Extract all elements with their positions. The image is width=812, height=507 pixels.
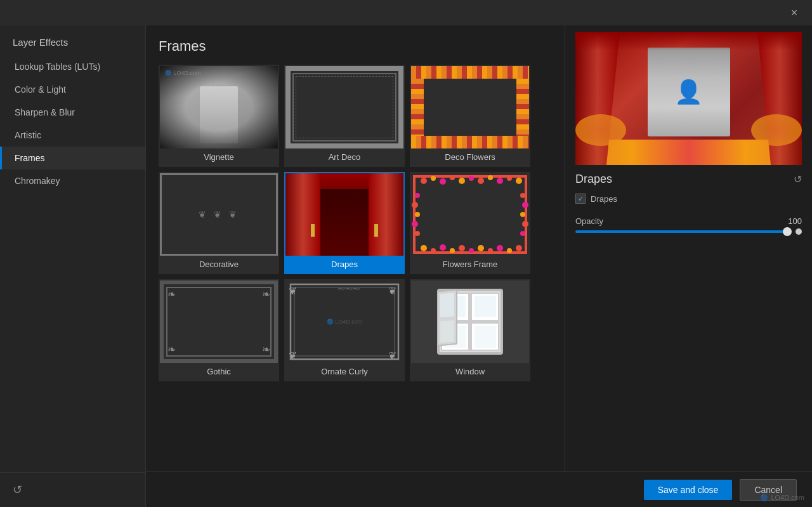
preview-reset-icon[interactable]: ↺: [794, 173, 802, 185]
svg-rect-51: [440, 320, 454, 343]
frames-title: Frames: [159, 38, 552, 55]
frame-thumb-drapes: [285, 173, 403, 256]
opacity-slider[interactable]: [575, 230, 792, 233]
svg-point-27: [415, 231, 420, 236]
preview-options: Drapes: [575, 194, 802, 209]
sidebar-item-artistic[interactable]: Artistic: [0, 124, 145, 147]
frame-label-vignette: Vignette: [199, 148, 239, 166]
svg-rect-48: [475, 326, 496, 348]
sidebar-item-lookup-tables[interactable]: Lookup Tables (LUTs): [0, 55, 145, 78]
svg-point-4: [450, 175, 455, 180]
frame-item-flowers-frame[interactable]: Flowers Frame: [410, 172, 530, 274]
bottom-bar: Save and close Cancel: [146, 471, 812, 507]
sidebar-bottom: ↺: [0, 472, 145, 507]
opacity-slider-wrapper: [575, 228, 802, 235]
sidebar: Layer Effects Lookup Tables (LUTs) Color…: [0, 25, 146, 507]
preview-checkbox-row: Drapes: [575, 194, 802, 204]
opacity-end-dot: [796, 228, 802, 235]
frame-item-drapes[interactable]: Drapes: [284, 172, 405, 274]
preview-checkbox-label: Drapes: [591, 194, 617, 204]
svg-point-26: [412, 221, 418, 227]
preview-effect-name: Drapes ↺: [575, 173, 802, 186]
sidebar-nav: Lookup Tables (LUTs) Color & Light Sharp…: [0, 55, 145, 472]
svg-point-19: [488, 248, 493, 253]
frame-item-art-deco[interactable]: Art Deco: [284, 65, 405, 167]
svg-rect-46: [475, 296, 496, 317]
sidebar-reset-icon[interactable]: ↺: [13, 484, 22, 496]
opacity-value: 100: [788, 216, 802, 226]
svg-point-14: [440, 244, 446, 251]
svg-point-2: [431, 176, 436, 181]
frame-label-flowers-frame: Flowers Frame: [438, 256, 503, 273]
svg-text:❦: ❦: [289, 350, 297, 361]
svg-point-11: [516, 178, 522, 184]
content-body: Frames 🔵 LO4D.com Vignette: [146, 25, 812, 471]
sidebar-item-color-light[interactable]: Color & Light: [0, 78, 145, 101]
frame-item-window[interactable]: Window: [410, 279, 530, 381]
svg-point-20: [497, 245, 503, 251]
preview-panel: 👤 Drapes ↺: [565, 25, 812, 471]
svg-point-10: [507, 176, 512, 181]
svg-point-12: [421, 245, 427, 251]
svg-rect-50: [440, 293, 454, 317]
frame-item-decorative[interactable]: Decorative: [159, 172, 279, 274]
frame-thumb-art-deco: [285, 66, 403, 148]
svg-point-13: [431, 248, 436, 253]
svg-point-6: [469, 176, 474, 181]
frame-item-gothic[interactable]: ❧ ❧ ❧ ❧ Gothic: [159, 279, 279, 381]
svg-point-21: [507, 248, 512, 253]
save-close-button[interactable]: Save and close: [644, 480, 733, 500]
frame-thumb-decorative: [160, 173, 278, 256]
title-bar: ×: [0, 0, 812, 25]
svg-point-25: [415, 212, 420, 217]
opacity-label: Opacity: [575, 216, 603, 226]
main-layout: Layer Effects Lookup Tables (LUTs) Color…: [0, 25, 812, 507]
frame-thumb-flowers-frame: [411, 173, 529, 256]
svg-point-24: [412, 202, 418, 208]
preview-image: 👤: [575, 32, 802, 165]
svg-text:❦: ❦: [388, 286, 396, 296]
svg-rect-0: [414, 176, 526, 253]
svg-point-23: [415, 193, 420, 198]
frame-label-deco-flowers: Deco Flowers: [440, 148, 500, 166]
frame-label-gothic: Gothic: [202, 363, 236, 380]
close-button[interactable]: ×: [784, 3, 804, 23]
svg-point-9: [497, 178, 503, 184]
svg-point-3: [440, 178, 446, 185]
preview-checkbox[interactable]: [575, 194, 586, 204]
frame-thumb-deco-flowers: [411, 66, 529, 148]
svg-text:⁓⁓⁓: ⁓⁓⁓: [337, 355, 360, 363]
svg-point-31: [522, 221, 528, 227]
svg-point-17: [469, 248, 474, 253]
svg-point-16: [459, 245, 465, 251]
frame-label-art-deco: Art Deco: [324, 148, 366, 166]
frame-item-ornate-curly[interactable]: ❦ ❦ ❦ ❦ ⁓⁓⁓ ⁓⁓⁓ 🔵 LO4D.com: [284, 279, 405, 381]
watermark-text: 🔵 LO4D.com: [760, 494, 804, 502]
frame-item-vignette[interactable]: 🔵 LO4D.com Vignette: [159, 65, 279, 167]
sidebar-title: Layer Effects: [0, 25, 145, 55]
sidebar-item-chromakey[interactable]: Chromakey: [0, 169, 145, 192]
sidebar-item-frames[interactable]: Frames: [0, 147, 145, 169]
frame-label-window: Window: [450, 363, 490, 380]
frame-label-decorative: Decorative: [194, 256, 244, 273]
frame-item-deco-flowers[interactable]: Deco Flowers: [410, 65, 530, 167]
svg-point-8: [488, 175, 493, 180]
svg-point-1: [421, 178, 427, 184]
svg-point-18: [478, 245, 484, 251]
svg-point-28: [520, 193, 525, 198]
frame-label-drapes: Drapes: [326, 256, 363, 273]
svg-point-32: [520, 231, 525, 236]
frame-label-ornate-curly: Ornate Curly: [316, 363, 373, 380]
svg-point-15: [450, 248, 455, 253]
svg-point-22: [516, 245, 522, 251]
watermark: 🔵 LO4D.com: [760, 494, 804, 502]
svg-point-30: [520, 212, 525, 217]
content-area: Frames 🔵 LO4D.com Vignette: [146, 25, 812, 507]
frames-area: Frames 🔵 LO4D.com Vignette: [146, 25, 565, 471]
frame-thumb-vignette: 🔵 LO4D.com: [160, 66, 278, 148]
svg-point-5: [459, 178, 465, 184]
sidebar-item-sharpen-blur[interactable]: Sharpen & Blur: [0, 101, 145, 124]
frame-thumb-window: [411, 280, 529, 363]
frame-thumb-gothic: ❧ ❧ ❧ ❧: [160, 280, 278, 363]
frames-grid: 🔵 LO4D.com Vignette Art Deco: [159, 65, 552, 381]
